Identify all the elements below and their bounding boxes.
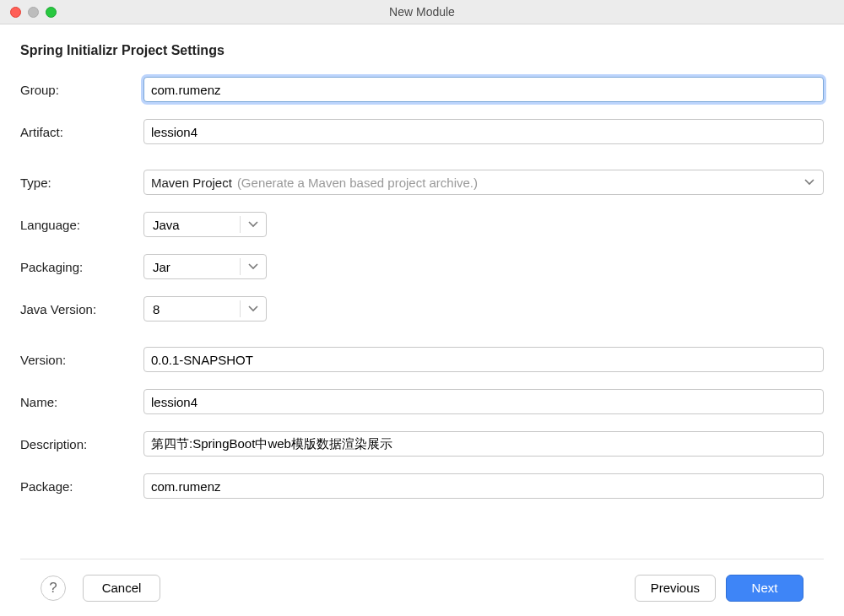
packaging-label: Packaging: — [20, 260, 143, 274]
package-input[interactable] — [143, 473, 824, 499]
chevron-down-icon — [248, 305, 258, 312]
footer: ? Cancel Previous Next — [20, 559, 824, 616]
version-label: Version: — [20, 353, 143, 367]
window-title: New Module — [0, 5, 844, 19]
type-value: Maven Project — [151, 176, 232, 190]
previous-button[interactable]: Previous — [635, 575, 716, 602]
type-select[interactable]: Maven Project (Generate a Maven based pr… — [143, 170, 824, 195]
version-input[interactable] — [143, 347, 824, 372]
cancel-button[interactable]: Cancel — [83, 575, 160, 602]
packaging-value: Jar — [153, 260, 170, 274]
group-label: Group: — [20, 83, 143, 97]
new-module-window: New Module Spring Initializr Project Set… — [0, 0, 844, 616]
content-pane: Spring Initializr Project Settings Group… — [0, 24, 844, 616]
packaging-select[interactable]: Jar — [143, 254, 267, 279]
language-label: Language: — [20, 218, 143, 232]
language-value: Java — [153, 218, 180, 232]
description-input[interactable] — [143, 431, 824, 457]
settings-form: Group: Artifact: Type: Maven Project (Ge… — [20, 77, 824, 559]
artifact-label: Artifact: — [20, 125, 143, 139]
name-input[interactable] — [143, 389, 824, 414]
type-hint: (Generate a Maven based project archive.… — [237, 176, 478, 190]
type-label: Type: — [20, 176, 143, 190]
help-button[interactable]: ? — [41, 575, 66, 601]
chevron-down-icon — [248, 263, 258, 270]
titlebar: New Module — [0, 0, 844, 24]
group-input[interactable] — [143, 77, 824, 102]
next-button[interactable]: Next — [726, 575, 803, 602]
page-title: Spring Initializr Project Settings — [20, 43, 824, 58]
java-version-label: Java Version: — [20, 302, 143, 316]
language-select[interactable]: Java — [143, 212, 267, 237]
chevron-down-icon — [248, 221, 258, 228]
chevron-down-icon — [804, 179, 814, 186]
java-version-value: 8 — [153, 302, 160, 316]
java-version-select[interactable]: 8 — [143, 296, 267, 322]
package-label: Package: — [20, 479, 143, 494]
description-label: Description: — [20, 437, 143, 451]
name-label: Name: — [20, 395, 143, 409]
artifact-input[interactable] — [143, 119, 824, 144]
